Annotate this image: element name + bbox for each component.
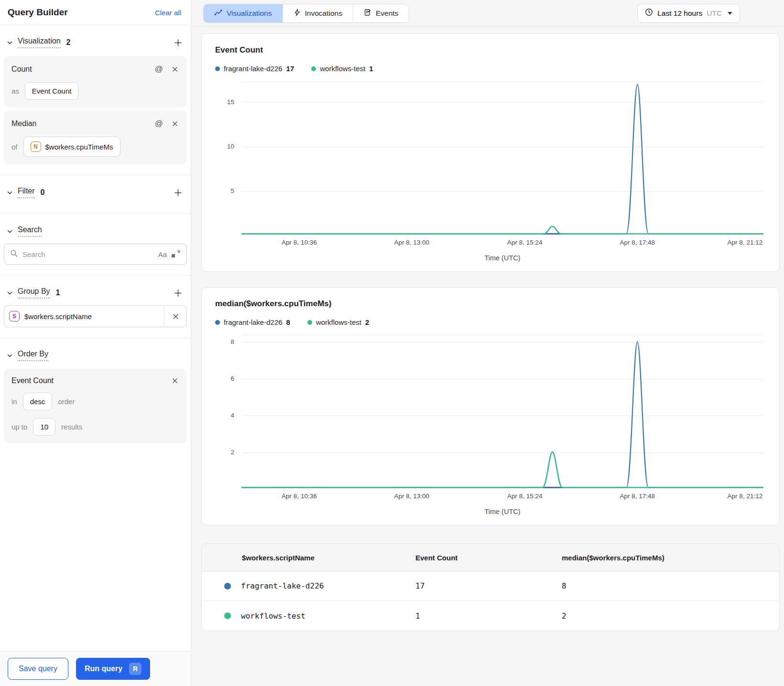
mention-icon[interactable]: @: [154, 118, 164, 129]
order-by-section-header: Order By: [4, 338, 187, 366]
field-name: $workers.cpuTimeMs: [45, 143, 113, 151]
y-tick-label: 15: [227, 98, 234, 105]
chevron-down-icon[interactable]: [7, 40, 13, 46]
series-dot-blue: [215, 66, 220, 71]
search-input[interactable]: [22, 250, 154, 258]
add-visualization-button[interactable]: [173, 38, 183, 48]
legend-value: 2: [365, 318, 369, 326]
legend-item[interactable]: workflows-test 1: [311, 64, 373, 73]
legend-name: workflows-test: [320, 64, 365, 73]
column-header: median($workers.cpuTimeMs): [562, 554, 779, 562]
order-by-field: Event Count: [11, 376, 54, 385]
x-tick-label: Apr 8, 21:12: [728, 493, 763, 500]
visualization-section-label: Visualization: [18, 37, 61, 48]
group-by-section-label: Group By: [18, 287, 50, 299]
group-by-field: $workers.scriptName: [24, 312, 92, 321]
y-tick-label: 10: [227, 142, 234, 150]
tab-visualizations[interactable]: Visualizations: [204, 4, 283, 22]
results-label: results: [61, 423, 82, 431]
as-label: as: [11, 87, 19, 95]
legend-value: 8: [286, 318, 290, 326]
plot-canvas[interactable]: [242, 81, 763, 235]
x-tick-label: Apr 8, 13:00: [394, 239, 430, 246]
legend-item[interactable]: fragrant-lake-d226 8: [215, 318, 290, 326]
x-axis-title: Time (UTC): [242, 508, 763, 515]
x-tick-label: Apr 8, 10:36: [282, 493, 317, 500]
visualization-card-count: Count @ as Event Count: [4, 56, 187, 107]
tab-events[interactable]: Events: [353, 4, 409, 22]
plot-canvas[interactable]: [242, 335, 763, 489]
legend-item[interactable]: fragrant-lake-d226 17: [215, 64, 294, 73]
query-builder-panel: Query Builder Clear all Visualization 2 …: [0, 0, 191, 686]
add-group-by-button[interactable]: [173, 288, 183, 298]
run-query-button[interactable]: Run query R: [76, 658, 150, 680]
group-by-section-header: Group By 1: [4, 276, 187, 303]
group-by-item[interactable]: S $workers.scriptName: [4, 305, 187, 327]
field-selector[interactable]: N $workers.cpuTimeMs: [23, 137, 120, 157]
clear-all-link[interactable]: Clear all: [155, 9, 181, 17]
chevron-down-icon[interactable]: [7, 228, 13, 235]
visualization-card-median: Median @ of N $workers.cpuTimeMs: [4, 110, 187, 164]
visualization-section-header: Visualization 2: [4, 25, 187, 53]
y-tick-label: 4: [230, 411, 234, 418]
close-icon[interactable]: [171, 376, 179, 385]
event-note-icon: [364, 9, 371, 18]
chart-title: Event Count: [215, 45, 766, 55]
search-section-header: Search: [4, 214, 187, 242]
series-dot-blue: [224, 583, 231, 590]
x-tick-label: Apr 8, 15:24: [507, 239, 543, 246]
close-icon[interactable]: [171, 119, 179, 128]
string-type-icon: S: [9, 311, 20, 322]
median-cell: 2: [562, 611, 779, 621]
script-name-cell: fragrant-lake-d226: [241, 581, 324, 590]
chart-legend: fragrant-lake-d226 8 workflows-test 2: [215, 318, 766, 326]
chevron-down-icon[interactable]: [7, 190, 13, 196]
up-to-label: up to: [11, 423, 27, 431]
x-tick-label: Apr 8, 13:00: [394, 493, 430, 500]
legend-value: 1: [369, 64, 373, 73]
filter-section-header: Filter 0: [4, 175, 187, 203]
table-header-row: $workers.scriptName Event Count median($…: [202, 544, 779, 571]
x-tick-label: Apr 8, 17:48: [620, 239, 655, 246]
lightning-bolt-icon: [294, 9, 301, 18]
remove-group-by-button[interactable]: [164, 306, 186, 327]
time-range-selector[interactable]: Last 12 hours UTC: [637, 4, 740, 23]
add-filter-button[interactable]: [173, 188, 183, 198]
search-section-label: Search: [18, 225, 42, 237]
tab-invocations[interactable]: Invocations: [283, 4, 353, 22]
plot-area: 2468 Apr 8, 10:36Apr 8, 13:00Apr 8, 15:2…: [215, 335, 766, 517]
aggregation-name: Count: [11, 65, 32, 74]
y-tick-label: 6: [230, 375, 234, 382]
legend-name: workflows-test: [316, 318, 361, 326]
search-icon: [10, 249, 18, 259]
timezone-label: UTC: [707, 9, 722, 18]
legend-value: 17: [286, 64, 294, 73]
plot-area: 51015 Apr 8, 10:36Apr 8, 13:00Apr 8, 15:…: [215, 81, 766, 264]
mention-icon[interactable]: @: [154, 64, 164, 75]
regex-icon[interactable]: *: [171, 250, 181, 258]
order-label: order: [58, 397, 75, 406]
x-tick-label: Apr 8, 21:12: [728, 239, 763, 246]
alias-field[interactable]: Event Count: [25, 82, 79, 100]
legend-item[interactable]: workflows-test 2: [307, 318, 369, 326]
match-case-icon[interactable]: Aa: [158, 250, 167, 258]
in-label: in: [11, 397, 17, 406]
close-icon[interactable]: [171, 65, 179, 74]
chevron-down-icon[interactable]: [7, 290, 13, 296]
x-axis-title: Time (UTC): [242, 254, 763, 262]
direction-selector[interactable]: desc: [23, 393, 53, 410]
tab-label: Events: [376, 9, 398, 18]
x-tick-label: Apr 8, 15:24: [507, 493, 543, 500]
x-axis-labels: Apr 8, 10:36Apr 8, 13:00Apr 8, 15:24Apr …: [242, 239, 763, 248]
x-tick-label: Apr 8, 10:36: [282, 239, 317, 246]
of-label: of: [11, 143, 18, 151]
limit-input[interactable]: 10: [33, 418, 55, 436]
filter-count: 0: [41, 188, 45, 197]
y-axis-labels: 51015: [215, 81, 239, 235]
legend-name: fragrant-lake-d226: [224, 64, 283, 73]
sidebar-footer: Save query Run query R: [0, 651, 191, 686]
tab-label: Visualizations: [227, 9, 272, 18]
save-query-button[interactable]: Save query: [8, 658, 68, 680]
time-range-label: Last 12 hours: [657, 9, 702, 18]
chevron-down-icon[interactable]: [7, 353, 13, 359]
